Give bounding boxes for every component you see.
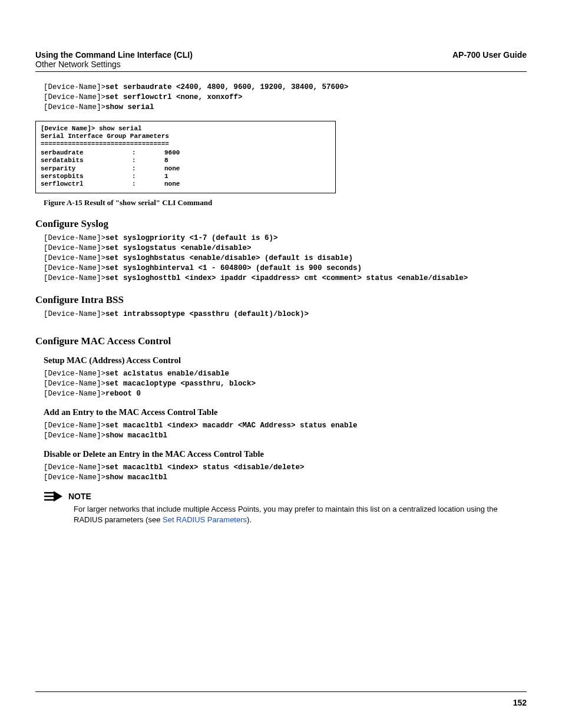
- cli-command: set syslogpriority <1-7 (default is 6)>: [105, 234, 278, 242]
- cli-prompt: [Device-Name]>: [44, 310, 105, 318]
- cli-command: set macacltbl <index> macaddr <MAC Addre…: [105, 421, 358, 430]
- cli-prompt: [Device-Name]>: [44, 254, 105, 262]
- heading-add-mac-entry: Add an Entry to the MAC Access Control T…: [44, 407, 527, 417]
- cli-command: reboot 0: [105, 390, 141, 398]
- cli-prompt: [Device-Name]>: [44, 370, 105, 378]
- heading-configure-intrabss: Configure Intra BSS: [35, 294, 527, 306]
- figure-caption: Figure A-15 Result of "show serial" CLI …: [44, 198, 527, 207]
- cli-block-syslog: [Device-Name]>set syslogpriority <1-7 (d…: [44, 233, 527, 283]
- cli-prompt: [Device-Name]>: [44, 274, 105, 282]
- header-guide: AP-700 User Guide: [452, 50, 527, 60]
- note-text-pre: For larger networks that include multipl…: [74, 505, 498, 525]
- note-header: NOTE: [44, 491, 527, 502]
- header-subtitle: Other Network Settings: [35, 60, 193, 69]
- cli-command: set serflowctrl <none, xonxoff>: [105, 93, 243, 101]
- heading-configure-mac: Configure MAC Access Control: [35, 335, 527, 347]
- page-header: Using the Command Line Interface (CLI) O…: [35, 50, 527, 72]
- cli-command: set sysloghbstatus <enable/disable> (def…: [105, 254, 353, 262]
- figure-colon: :: [132, 157, 164, 164]
- cli-prompt: [Device-Name]>: [44, 463, 105, 472]
- cli-command: show macacltbl: [105, 473, 167, 482]
- cli-prompt: [Device-Name]>: [44, 244, 105, 252]
- cli-prompt: [Device-Name]>: [44, 380, 105, 388]
- figure-table: serbaudrate:9600 serdatabits:8 serparity…: [41, 149, 180, 188]
- cli-prompt: [Device-Name]>: [44, 103, 105, 111]
- heading-configure-syslog: Configure Syslog: [35, 218, 527, 230]
- cli-prompt: [Device-Name]>: [44, 83, 105, 91]
- figure-line: [Device Name]> show serial: [41, 125, 142, 132]
- cli-command: set intrabssoptype <passthru (default)/b…: [105, 310, 309, 318]
- note-label: NOTE: [68, 492, 91, 501]
- header-title: Using the Command Line Interface (CLI): [35, 50, 193, 60]
- cli-prompt: [Device-Name]>: [44, 93, 105, 101]
- figure-value: 8: [164, 157, 180, 164]
- figure-key: serstopbits: [41, 173, 132, 180]
- figure-value: 1: [164, 173, 180, 180]
- cli-block-intrabss: [Device-Name]>set intrabssoptype <passth…: [44, 309, 527, 319]
- cli-block-add-mac: [Device-Name]>set macacltbl <index> maca…: [44, 421, 527, 441]
- figure-line: Serial Interface Group Parameters: [41, 133, 169, 140]
- figure-key: serparity: [41, 165, 132, 173]
- header-left: Using the Command Line Interface (CLI) O…: [35, 50, 193, 69]
- link-set-radius-parameters[interactable]: Set RADIUS Parameters: [163, 515, 247, 524]
- cli-prompt: [Device-Name]>: [44, 264, 105, 272]
- cli-command: set sysloghosttbl <index> ipaddr <ipaddr…: [105, 274, 468, 282]
- heading-setup-mac: Setup MAC (Address) Access Control: [44, 355, 527, 365]
- figure-value: 9600: [164, 149, 180, 157]
- page-number: 152: [513, 698, 527, 707]
- svg-marker-3: [54, 491, 62, 502]
- cli-command: show macacltbl: [105, 431, 167, 440]
- note-arrow-icon: [44, 491, 64, 502]
- cli-prompt: [Device-Name]>: [44, 390, 105, 398]
- cli-command: set macacloptype <passthru, block>: [105, 380, 256, 388]
- note-body: For larger networks that include multipl…: [74, 504, 524, 526]
- cli-command: set aclstatus enable/disable: [105, 370, 229, 378]
- page-footer: 152: [35, 691, 527, 707]
- cli-block-delete-mac: [Device-Name]>set macacltbl <index> stat…: [44, 463, 527, 483]
- cli-command: show serial: [105, 103, 154, 111]
- cli-command: set serbaudrate <2400, 4800, 9600, 19200…: [105, 83, 349, 91]
- cli-prompt: [Device-Name]>: [44, 421, 105, 430]
- figure-value: none: [164, 180, 180, 188]
- cli-command: set macacltbl <index> status <disable/de…: [105, 463, 305, 472]
- figure-colon: :: [132, 149, 164, 157]
- heading-delete-mac-entry: Disable or Delete an Entry in the MAC Ac…: [44, 449, 527, 459]
- figure-rule: =================================: [41, 140, 169, 147]
- cli-prompt: [Device-Name]>: [44, 431, 105, 440]
- cli-block-serial: [Device-Name]>set serbaudrate <2400, 480…: [44, 83, 527, 113]
- cli-command: set sysloghbinterval <1 - 604800> (defau…: [105, 264, 362, 272]
- figure-output-box: [Device Name]> show serial Serial Interf…: [35, 121, 336, 194]
- cli-prompt: [Device-Name]>: [44, 473, 105, 482]
- note-text-post: ).: [247, 515, 252, 524]
- figure-key: serflowctrl: [41, 180, 132, 188]
- figure-value: none: [164, 165, 180, 173]
- figure-key: serbaudrate: [41, 149, 132, 157]
- cli-command: set syslogstatus <enable/disable>: [105, 244, 252, 252]
- figure-colon: :: [132, 180, 164, 188]
- figure-colon: :: [132, 165, 164, 173]
- figure-colon: :: [132, 173, 164, 180]
- figure-key: serdatabits: [41, 157, 132, 164]
- cli-block-setup-mac: [Device-Name]>set aclstatus enable/disab…: [44, 369, 527, 399]
- cli-prompt: [Device-Name]>: [44, 234, 105, 242]
